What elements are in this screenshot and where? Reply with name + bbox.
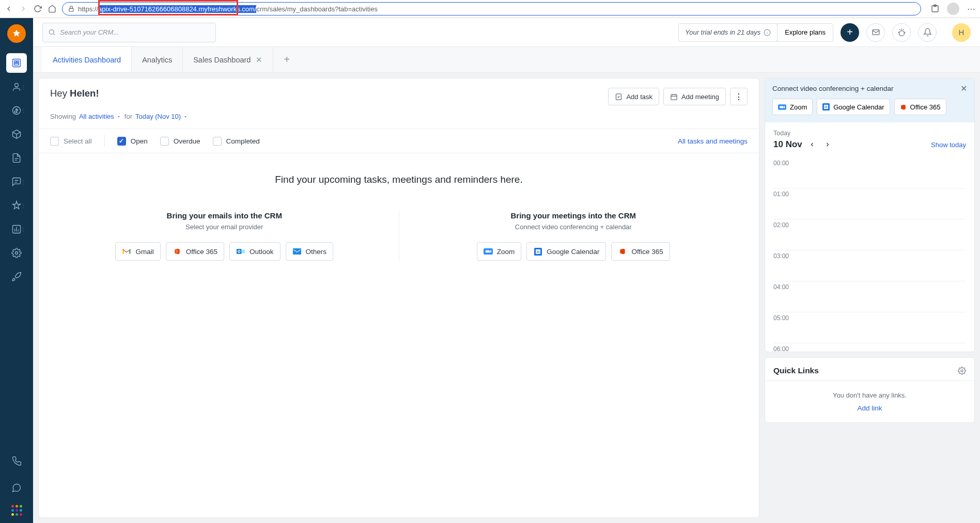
show-today-link[interactable]: Show today	[931, 141, 966, 149]
quick-links-settings-button[interactable]	[958, 367, 966, 375]
overdue-checkbox[interactable]: Overdue	[160, 137, 200, 146]
svg-point-7	[15, 83, 19, 87]
add-link-button[interactable]: Add link	[773, 404, 966, 412]
svg-text:31: 31	[825, 105, 828, 108]
add-task-button[interactable]: Add task	[608, 88, 659, 105]
freddy-button[interactable]	[892, 23, 911, 42]
nav-phone[interactable]	[6, 451, 27, 471]
url-protocol: https://	[78, 5, 98, 13]
nav-deals[interactable]: ⋮	[6, 101, 27, 120]
email-button[interactable]	[866, 23, 885, 42]
google-calendar-button[interactable]: 31Google Calendar	[526, 242, 606, 261]
filter-bar: Showing All activities for Today (Nov 10…	[39, 110, 759, 129]
nav-automations[interactable]: ⋮	[6, 196, 27, 215]
forward-icon	[19, 4, 28, 13]
add-meeting-button[interactable]: Add meeting	[663, 88, 726, 105]
connect-zoom-button[interactable]: Zoom	[772, 99, 813, 115]
zoom-button[interactable]: Zoom	[477, 242, 522, 261]
quick-links-title: Quick Links	[773, 366, 819, 375]
connect-title: Connect video conferencing + calendar	[772, 85, 894, 92]
workspace-tabs: Activities Dashboard Analytics Sales Das…	[33, 47, 980, 73]
app-header: Your trial ends in 21 days Explore plans…	[33, 18, 980, 47]
others-email-button[interactable]: Others	[286, 242, 334, 261]
nav-settings[interactable]	[6, 243, 27, 263]
calendar-icon	[670, 93, 678, 101]
next-day-button[interactable]	[822, 139, 833, 150]
quick-links-empty: You don't have any links.	[773, 391, 966, 399]
office365-email-button[interactable]: Office 365	[166, 242, 224, 261]
svg-rect-5	[17, 61, 19, 62]
svg-rect-3	[13, 59, 21, 67]
browser-toolbar: https://apix-drive-510716266606808824.my…	[0, 0, 980, 18]
filter-date-dropdown[interactable]: Today (Nov 10)	[135, 113, 188, 120]
app-logo[interactable]	[7, 24, 26, 43]
back-icon[interactable]	[4, 4, 13, 13]
svg-rect-17	[293, 248, 301, 255]
nav-conversations[interactable]: ⋮	[6, 172, 27, 192]
bring-emails-subtitle: Select your email provider	[66, 223, 383, 231]
today-label: Today	[773, 130, 966, 137]
all-tasks-meetings-link[interactable]: All tasks and meetings	[678, 137, 748, 145]
extensions-icon[interactable]	[930, 4, 940, 13]
url-bar[interactable]: https://apix-drive-510716266606808824.my…	[62, 2, 921, 15]
filter-activities-dropdown[interactable]: All activities	[79, 113, 121, 120]
open-checkbox[interactable]: Open	[117, 137, 148, 146]
bring-emails-heading: Bring your emails into the CRM	[66, 211, 383, 220]
nav-apps-grid-icon[interactable]	[11, 505, 22, 516]
calendar-date: 10 Nov	[773, 139, 802, 150]
close-connect-button[interactable]: ✕	[960, 84, 967, 93]
svg-rect-16	[237, 249, 241, 253]
trial-notice: Your trial ends in 21 days	[678, 23, 777, 42]
nav-chat[interactable]	[6, 478, 27, 498]
svg-rect-4	[14, 61, 16, 62]
svg-point-26	[961, 370, 963, 372]
nav-documents[interactable]	[6, 148, 27, 168]
nav-reports[interactable]: ⋮	[6, 219, 27, 239]
browser-profile-icon[interactable]	[947, 3, 959, 15]
empty-state-title: Find your upcoming tasks, meetings and r…	[50, 174, 748, 185]
outlook-button[interactable]: Outlook	[229, 242, 281, 261]
search-box[interactable]	[42, 23, 216, 42]
reload-icon[interactable]	[33, 4, 42, 13]
quick-add-button[interactable]: +	[841, 23, 859, 42]
nav-launch[interactable]	[6, 267, 27, 287]
office365-meeting-button[interactable]: Office 365	[611, 242, 670, 261]
greeting: Hey Helen!	[50, 88, 99, 99]
more-icon[interactable]: ⋯	[967, 4, 976, 13]
quick-links-card: Quick Links You don't have any links. Ad…	[765, 357, 975, 423]
connect-office365-button[interactable]: Office 365	[894, 99, 946, 115]
svg-point-10	[15, 252, 18, 255]
time-slot: 02:00	[773, 219, 966, 250]
url-path: crm/sales/my_dashboards?tab=activities	[256, 5, 377, 13]
time-slot: 00:00	[773, 157, 966, 188]
select-all-checkbox[interactable]: Select all	[50, 137, 92, 146]
nav-contacts[interactable]: ⋮	[6, 77, 27, 97]
explore-plans-button[interactable]: Explore plans	[777, 23, 833, 42]
tab-analytics[interactable]: Analytics	[132, 47, 183, 72]
search-icon	[48, 28, 56, 36]
close-icon[interactable]: ✕	[256, 55, 262, 65]
time-slot: 05:00	[773, 312, 966, 343]
dashboard-panel: Hey Helen! Add task Add meeting ⋮	[38, 78, 759, 518]
more-actions-button[interactable]: ⋮	[730, 88, 748, 105]
home-icon[interactable]	[48, 4, 57, 13]
gmail-button[interactable]: Gmail	[115, 242, 160, 261]
svg-rect-6	[14, 64, 19, 65]
connect-gcal-button[interactable]: 31Google Calendar	[817, 99, 890, 115]
task-icon	[615, 93, 623, 101]
time-slot: 03:00	[773, 250, 966, 281]
time-slot: 04:00	[773, 281, 966, 312]
notifications-button[interactable]	[918, 23, 937, 42]
completed-checkbox[interactable]: Completed	[213, 137, 260, 146]
tab-sales-dashboard[interactable]: Sales Dashboard✕	[183, 47, 273, 72]
prev-day-button[interactable]	[806, 139, 818, 150]
user-avatar[interactable]: H	[952, 23, 971, 42]
search-input[interactable]	[60, 28, 210, 36]
nav-dashboard[interactable]	[6, 53, 27, 73]
nav-products[interactable]	[6, 124, 27, 144]
time-slot: 06:00	[773, 343, 966, 352]
svg-rect-15	[671, 94, 677, 100]
day-timeline[interactable]: 00:00 01:00 02:00 03:00 04:00 05:00 06:0…	[765, 155, 974, 352]
add-tab-button[interactable]: +	[273, 47, 300, 72]
tab-activities-dashboard[interactable]: Activities Dashboard	[42, 47, 132, 72]
